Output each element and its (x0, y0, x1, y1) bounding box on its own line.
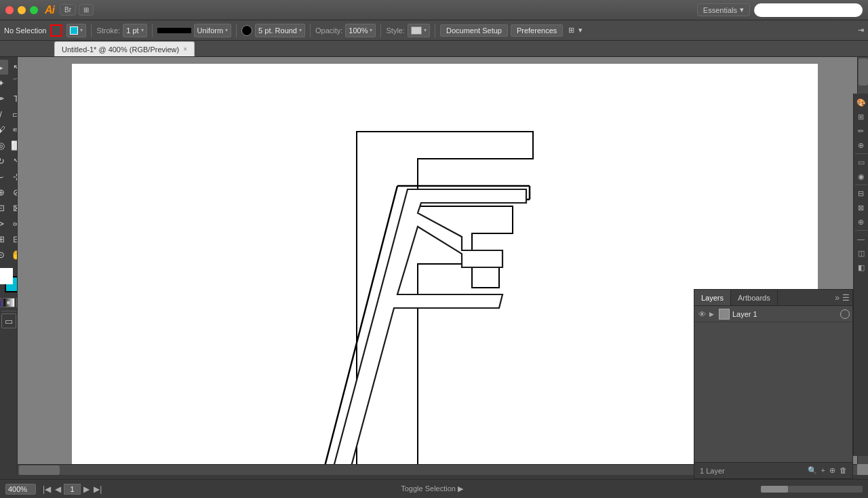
line-tool[interactable]: / (0, 107, 8, 121)
search-input[interactable] (754, 3, 863, 17)
change-screen-mode-button[interactable]: ▭ (1, 313, 16, 328)
document-tab[interactable]: Untitled-1* @ 400% (RGB/Preview) × (54, 41, 195, 56)
pen-tool[interactable]: ✒ (0, 91, 8, 106)
rotate-tool[interactable]: ↻ (0, 153, 8, 168)
stroke-preview (157, 28, 191, 33)
essentials-button[interactable]: Essentials ▾ (697, 3, 750, 16)
layers-search-btn[interactable]: 🔍 (808, 466, 817, 475)
panel-toggle-icon[interactable]: ⇥ (858, 26, 864, 35)
live-paint-tool[interactable]: ⊘ (9, 185, 18, 199)
brushes-panel-icon[interactable]: ✏ (855, 125, 867, 137)
pencil-tool[interactable]: ✏ (9, 122, 18, 137)
view-button[interactable]: ⊞ (79, 4, 94, 16)
maximize-button[interactable] (30, 6, 38, 14)
last-page-btn[interactable]: ▶| (92, 484, 103, 494)
layer-select-circle[interactable] (840, 309, 850, 319)
tool-row-9: ⊕ ⊘ (0, 185, 18, 199)
fill-box[interactable] (0, 268, 13, 284)
paintbrush-tool[interactable]: 🖌 (0, 122, 8, 137)
right-panel-strip: 🎨 ⊞ ✏ ⊕ ▭ ◉ ⊟ ⊠ ⊕ — ◫ ◧ (853, 94, 868, 456)
blend-tool[interactable]: ∞ (9, 216, 18, 231)
warp-tool[interactable]: ⌣ (0, 169, 8, 184)
tool-row-4: / ▭ (0, 107, 18, 121)
tab-close-icon[interactable]: × (183, 45, 187, 53)
align-icon[interactable]: ⊟ (855, 187, 867, 199)
close-button[interactable] (5, 6, 14, 14)
stroke-type-dropdown[interactable]: Uniform ▾ (194, 24, 232, 37)
direct-selection-tool[interactable]: ↖ (9, 60, 18, 75)
document-setup-button[interactable]: Document Setup (440, 24, 508, 37)
lasso-tool[interactable]: ⌒ (9, 75, 18, 90)
chart-tool[interactable]: ⊞ (0, 231, 8, 246)
rectangle-tool[interactable]: ▭ (9, 107, 18, 121)
preferences-button[interactable]: Preferences (511, 24, 563, 37)
tool-row-10: ⊡ ⊠ (0, 200, 18, 215)
color-mode-button[interactable]: ■ (0, 298, 1, 307)
brush-color-swatch[interactable] (241, 25, 252, 36)
layers-copy-layer-btn[interactable]: ⊕ (829, 466, 835, 475)
perspective-grid-tool[interactable]: ⊟ (9, 231, 18, 246)
expand-icon[interactable]: ▾ (578, 26, 583, 35)
swatches-panel-icon[interactable]: ⊞ (855, 111, 867, 123)
stroke-panel-icon[interactable]: — (855, 233, 867, 245)
layers-tab[interactable]: Layers (694, 290, 731, 305)
status-right (761, 486, 863, 493)
layer-expand-arrow[interactable]: ▶ (709, 311, 716, 318)
essentials-area: Essentials ▾ (697, 3, 863, 17)
h-scroll-mini-thumb[interactable] (761, 486, 788, 493)
arrange-icon[interactable]: ⊞ (568, 26, 574, 35)
opacity-dropdown[interactable]: 100% ▾ (345, 24, 376, 37)
selection-indicator: No Selection (4, 26, 46, 35)
layers-footer: 1 Layer 🔍 + ⊕ 🗑 (694, 462, 852, 478)
next-page-btn[interactable]: ▶ (82, 484, 91, 494)
tool-row-1: ▸ ↖ (0, 60, 18, 75)
tool-row-2: ✦ ⌒ (0, 75, 18, 90)
color-panel-icon[interactable]: 🎨 (855, 96, 867, 109)
brush-size-dropdown[interactable]: 5 pt. Round ▾ (255, 24, 305, 37)
appearance-icon[interactable]: ◉ (855, 170, 867, 183)
eyedropper-tool[interactable]: ⊳ (0, 216, 8, 231)
layers-expand-btn[interactable]: » (835, 293, 840, 303)
stroke-weight-dropdown[interactable]: 1 pt ▾ (123, 24, 146, 37)
fill-type-dropdown[interactable]: ▾ (66, 24, 86, 37)
symbols-panel-icon[interactable]: ⊕ (855, 139, 867, 151)
gradient-mode-button[interactable]: ■ (3, 298, 15, 307)
gradient-panel-icon[interactable]: ◫ (855, 247, 867, 259)
artboards-tab[interactable]: Artboards (731, 290, 778, 305)
layer-visibility-icon[interactable]: 👁 (697, 309, 707, 319)
zoom-tool[interactable]: ⊙ (0, 247, 8, 262)
slice-tool[interactable]: ⊠ (9, 200, 18, 215)
graphic-styles-icon[interactable]: ▭ (855, 156, 867, 168)
bridge-button[interactable]: Br (60, 4, 76, 16)
shape-builder-tool[interactable]: ⊕ (0, 185, 8, 199)
separator-2 (152, 24, 153, 37)
artboard-tool[interactable]: ⊡ (0, 200, 8, 215)
magic-wand-tool[interactable]: ✦ (0, 75, 8, 90)
transparency-panel-icon[interactable]: ◧ (855, 261, 867, 273)
separator-4 (310, 24, 311, 37)
transform-icon[interactable]: ⊠ (855, 202, 867, 214)
zoom-input[interactable] (5, 484, 36, 495)
hscroll-thumb[interactable] (19, 465, 60, 475)
prev-page-btn[interactable]: ◀ (54, 484, 62, 494)
page-input[interactable] (64, 484, 81, 495)
layers-menu-btn[interactable]: ☰ (842, 293, 850, 303)
style-dropdown[interactable]: ▾ (408, 24, 430, 37)
pathfinder-icon[interactable]: ⊕ (855, 216, 867, 228)
layers-delete-btn[interactable]: 🗑 (840, 466, 847, 475)
minimize-button[interactable] (18, 6, 26, 14)
fill-color-swatch[interactable] (50, 24, 62, 37)
free-transform-tool[interactable]: ⊹ (9, 169, 18, 184)
type-tool[interactable]: T (9, 91, 18, 106)
layers-new-layer-btn[interactable]: + (821, 466, 825, 475)
separator-6 (435, 24, 435, 37)
eraser-tool[interactable]: ⬜ (9, 138, 18, 153)
blob-brush-tool[interactable]: ◎ (0, 138, 8, 153)
hand-tool[interactable]: ✋ (9, 247, 18, 262)
h-scroll-mini[interactable] (761, 486, 863, 493)
selection-tool[interactable]: ▸ (0, 60, 8, 75)
scale-tool[interactable]: ⤡ (9, 153, 18, 168)
first-page-btn[interactable]: |◀ (41, 484, 52, 494)
vscroll-thumb[interactable] (859, 58, 868, 85)
layer-1-row[interactable]: 👁 ▶ Layer 1 (694, 306, 852, 322)
